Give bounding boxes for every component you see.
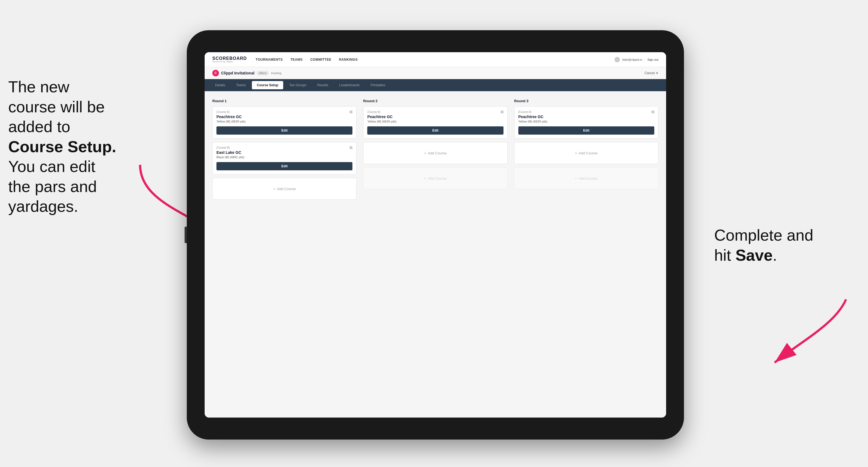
tablet-side-button [185,227,187,243]
round1-course-a-delete[interactable]: ⊠ [348,109,353,114]
annotation-line5: You can edit [8,157,95,175]
tab-tee-groups[interactable]: Tee Groups [284,81,311,89]
round-2-header: Round 2 [363,99,507,103]
top-nav: SCOREBOARD Powered by clippd TOURNAMENTS… [205,52,666,67]
round2-course-a-tee: Yellow (M) (6629 yds) [367,120,503,123]
tab-teams[interactable]: Teams [231,81,251,89]
round-3-column: Round 3 ⊠ (Course A) Peachtree GC Yellow… [514,99,658,203]
nav-tournaments[interactable]: TOURNAMENTS [256,57,283,63]
tournament-gender: (Men) [256,71,269,75]
round-3-header: Round 3 [514,99,658,103]
round-1-header: Round 1 [212,99,356,103]
user-avatar [615,57,620,62]
sub-header: C Clippd Invitational (Men) Hosting Canc… [205,67,666,79]
round1-course-a-tee: Yellow (M) (6629 yds) [216,120,352,123]
round3-add-course[interactable]: + Add Course [514,142,658,164]
round2-course-a-name: Peachtree GC [367,115,503,119]
tab-printables[interactable]: Printables [366,81,390,89]
arrow-right-svg [753,291,851,374]
tournament-title: C Clippd Invitational (Men) Hosting [212,70,281,76]
round1-add-course[interactable]: + Add Course [212,178,356,200]
tab-leaderboards[interactable]: Leaderboards [334,81,365,89]
round1-course-b-delete[interactable]: ⊠ [348,145,353,150]
round1-course-b-label: (Course B) [216,146,352,149]
main-content: Round 1 ⊠ (Course A) Peachtree GC Yellow… [205,91,666,417]
tab-course-setup[interactable]: Course Setup [252,81,283,89]
round1-course-b-edit-button[interactable]: Edit [216,162,352,170]
logo-sub-text: Powered by clippd [212,61,247,63]
round3-add-course-disabled: + Add Course [514,167,658,189]
scoreboard-logo: SCOREBOARD Powered by clippd [212,56,247,63]
annotation-line7: yardages. [8,197,78,215]
tablet-screen: SCOREBOARD Powered by clippd TOURNAMENTS… [205,52,666,417]
annotation-line2: course will be [8,98,105,116]
round1-course-b-tee: Black (M) (6891 yds) [216,155,352,159]
round1-course-a-label: (Course A) [216,111,352,114]
nav-rankings[interactable]: RANKINGS [339,57,358,63]
annotation-line1: The new [8,78,69,96]
tournament-logo: C [212,70,219,76]
round2-course-a-delete[interactable]: ⊠ [500,109,505,114]
user-email: blair@clippd.io [622,58,642,61]
round1-course-b-name: East Lake GC [216,150,352,155]
hosting-tag: Hosting [271,71,281,75]
nav-committee[interactable]: COMMITTEE [310,57,332,63]
round3-course-a-name: Peachtree GC [518,115,654,119]
round3-course-a-delete[interactable]: ⊠ [650,109,655,114]
round1-course-a-card: ⊠ (Course A) Peachtree GC Yellow (M) (66… [212,106,356,139]
round2-add-course-disabled: + Add Course [363,167,507,189]
cancel-button[interactable]: Cancel ✕ [644,71,658,75]
annotation-line6: the pars and [8,178,97,195]
annotation-line4: Course Setup. [8,137,116,155]
round3-course-a-edit-button[interactable]: Edit [518,126,654,134]
nav-right: blair@clippd.io | Sign out [615,57,658,62]
round3-course-a-card: ⊠ (Course A) Peachtree GC Yellow (M) (66… [514,106,658,139]
annotation-right-line1: Complete and [714,226,813,244]
nav-teams[interactable]: TEAMS [290,57,303,63]
sign-out-link[interactable]: Sign out [647,58,658,61]
nav-links: TOURNAMENTS TEAMS COMMITTEE RANKINGS [256,57,606,63]
round3-course-a-label: (Course A) [518,111,654,114]
round1-course-a-edit-button[interactable]: Edit [216,126,352,134]
round2-add-course[interactable]: + Add Course [363,142,507,164]
rounds-grid: Round 1 ⊠ (Course A) Peachtree GC Yellow… [212,99,658,203]
tab-details[interactable]: Details [210,81,230,89]
tab-bar: Details Teams Course Setup Tee Groups Re… [205,79,666,91]
tournament-name: Clippd Invitational [221,71,254,75]
round3-course-a-tee: Yellow (M) (6629 yds) [518,120,654,123]
logo-main-text: SCOREBOARD [212,56,247,61]
round2-course-a-label: (Course A) [367,111,503,114]
tab-results[interactable]: Results [312,81,333,89]
right-annotation: Complete and hit Save. [714,225,851,265]
round-1-column: Round 1 ⊠ (Course A) Peachtree GC Yellow… [212,99,356,203]
round2-course-a-card: ⊠ (Course A) Peachtree GC Yellow (M) (66… [363,106,507,139]
annotation-right-line2: hit Save. [714,246,777,264]
tablet-device: SCOREBOARD Powered by clippd TOURNAMENTS… [187,30,684,439]
round1-course-a-name: Peachtree GC [216,115,352,119]
annotation-line3: added to [8,118,70,135]
round2-course-a-edit-button[interactable]: Edit [367,126,503,134]
round-2-column: Round 2 ⊠ (Course A) Peachtree GC Yellow… [363,99,507,203]
round1-course-b-card: ⊠ (Course B) East Lake GC Black (M) (689… [212,142,356,175]
